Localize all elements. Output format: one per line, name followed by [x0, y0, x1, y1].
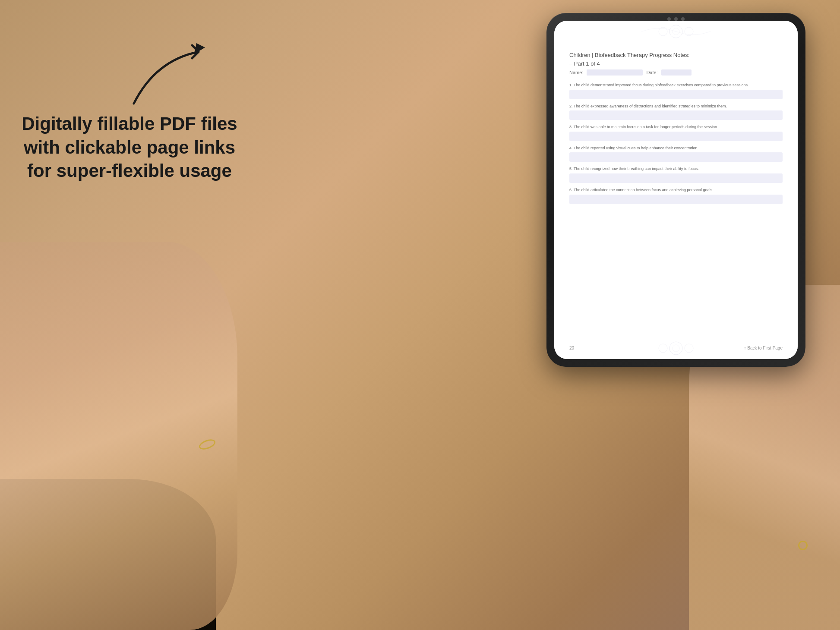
list-item: 3. The child was able to maintain focus … [569, 124, 783, 141]
ring-decoration-right [798, 541, 808, 550]
item-5-text: 5. The child recognized how their breath… [569, 166, 783, 172]
item-3-text: 3. The child was able to maintain focus … [569, 124, 783, 130]
tablet-screen: Children | Biofeedback Therapy Progress … [554, 21, 798, 359]
item-2-field[interactable] [569, 110, 783, 120]
list-item: 5. The child recognized how their breath… [569, 166, 783, 183]
item-1-field[interactable] [569, 90, 783, 99]
item-2-text: 2. The child expressed awareness of dist… [569, 104, 783, 109]
list-item: 6. The child articulated the connection … [569, 187, 783, 204]
item-3-field[interactable] [569, 132, 783, 141]
item-4-text: 4. The child reported using visual cues … [569, 145, 783, 151]
tablet-device: Children | Biofeedback Therapy Progress … [546, 13, 805, 367]
promo-text: Digitally fillable PDF files with clicka… [22, 112, 237, 183]
pdf-items-list: 1. The child demonstrated improved focus… [569, 82, 783, 348]
pdf-title: Children | Biofeedback Therapy Progress … [569, 51, 783, 68]
arrow-icon [121, 35, 242, 112]
pdf-title-line2: – Part 1 of 4 [569, 60, 600, 67]
hand-left [0, 242, 237, 630]
date-input-field[interactable] [661, 69, 692, 76]
tablet-camera-notch [667, 17, 685, 21]
camera-dot-3 [681, 17, 685, 21]
item-6-field[interactable] [569, 195, 783, 204]
pdf-page: Children | Biofeedback Therapy Progress … [554, 21, 798, 359]
date-label: Date: [646, 70, 657, 75]
arrow-container [121, 35, 242, 112]
item-4-field[interactable] [569, 152, 783, 162]
item-5-field[interactable] [569, 173, 783, 183]
list-item: 1. The child demonstrated improved focus… [569, 82, 783, 99]
back-to-first-page-link[interactable]: ↑ Back to First Page [744, 346, 783, 350]
name-label: Name: [569, 70, 583, 75]
camera-dot-2 [674, 17, 678, 21]
list-item: 2. The child expressed awareness of dist… [569, 104, 783, 120]
item-1-text: 1. The child demonstrated improved focus… [569, 82, 783, 88]
tablet-outer-frame: Children | Biofeedback Therapy Progress … [546, 13, 805, 367]
svg-marker-0 [194, 43, 205, 54]
list-item: 4. The child reported using visual cues … [569, 145, 783, 162]
page-number: 20 [569, 346, 574, 350]
item-6-text: 6. The child articulated the connection … [569, 187, 783, 193]
pdf-footer: 20 ↑ Back to First Page [569, 342, 783, 350]
camera-dot-1 [667, 17, 671, 21]
pdf-title-line1: Children | Biofeedback Therapy Progress … [569, 52, 689, 58]
name-date-row: Name: Date: [569, 69, 783, 76]
page-decoration-top [554, 21, 798, 42]
name-input-field[interactable] [587, 69, 643, 76]
